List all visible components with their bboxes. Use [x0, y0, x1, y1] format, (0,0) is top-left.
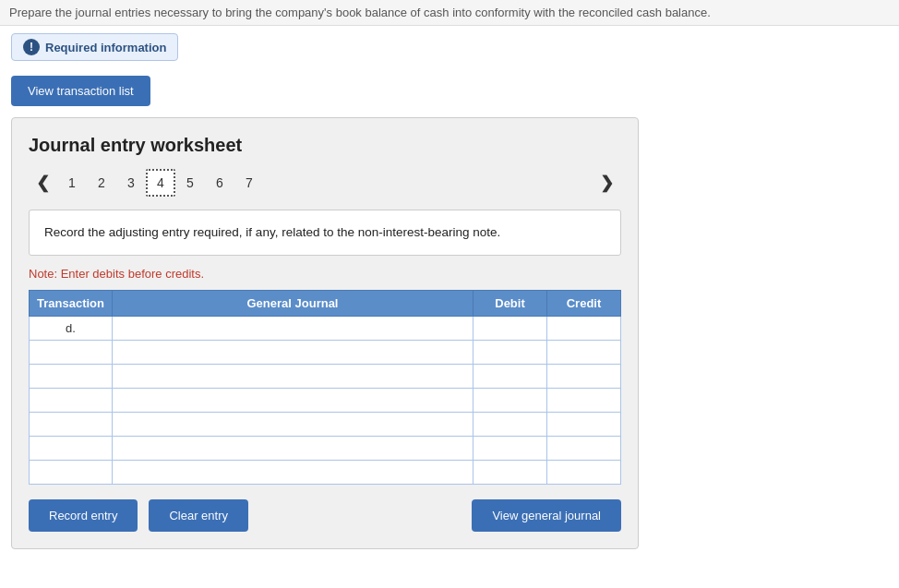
- credit-cell-4[interactable]: [547, 413, 621, 437]
- general-journal-input-2[interactable]: [113, 365, 473, 388]
- page-3-button[interactable]: 3: [116, 169, 146, 197]
- general-journal-cell-2[interactable]: [113, 365, 473, 389]
- debit-cell-1[interactable]: [473, 341, 547, 365]
- table-row: d.: [30, 317, 621, 341]
- transaction-cell-4: [30, 413, 113, 437]
- transaction-cell-5: [30, 437, 113, 461]
- page-2-button[interactable]: 2: [87, 169, 116, 197]
- worksheet-container: Journal entry worksheet ❮ 1 2 3 4 5 6 7 …: [11, 117, 639, 549]
- credit-cell-2[interactable]: [547, 365, 621, 389]
- debit-input-5[interactable]: [473, 437, 546, 460]
- table-row: [30, 365, 621, 389]
- general-journal-input-6[interactable]: [113, 461, 473, 484]
- table-row: [30, 389, 621, 413]
- general-journal-input-5[interactable]: [113, 437, 473, 460]
- col-header-debit: Debit: [473, 291, 547, 317]
- credit-input-0[interactable]: [547, 317, 620, 340]
- general-journal-input-4[interactable]: [113, 413, 473, 436]
- view-general-journal-button[interactable]: View general journal: [472, 499, 621, 532]
- record-entry-button[interactable]: Record entry: [29, 499, 138, 532]
- transaction-cell-6: [30, 461, 113, 485]
- view-transaction-button[interactable]: View transaction list: [11, 76, 150, 106]
- general-journal-cell-5[interactable]: [113, 437, 473, 461]
- col-header-transaction: Transaction: [30, 291, 113, 317]
- required-info-badge: ! Required information: [11, 33, 178, 61]
- credit-cell-0[interactable]: [547, 317, 621, 341]
- page-6-button[interactable]: 6: [205, 169, 234, 197]
- credit-input-6[interactable]: [547, 461, 620, 484]
- instruction-box: Record the adjusting entry required, if …: [29, 210, 621, 256]
- general-journal-cell-3[interactable]: [113, 389, 473, 413]
- next-page-button[interactable]: ❯: [593, 169, 621, 197]
- page-5-button[interactable]: 5: [175, 169, 205, 197]
- general-journal-input-0[interactable]: [113, 317, 473, 340]
- transaction-cell-1: [30, 341, 113, 365]
- clear-entry-button[interactable]: Clear entry: [149, 499, 248, 532]
- credit-cell-6[interactable]: [547, 461, 621, 485]
- debit-input-4[interactable]: [473, 413, 546, 436]
- credit-input-1[interactable]: [547, 341, 620, 364]
- debit-input-0[interactable]: [473, 317, 546, 340]
- general-journal-cell-0[interactable]: [113, 317, 473, 341]
- table-row: [30, 437, 621, 461]
- required-info-label: Required information: [45, 41, 166, 54]
- credit-cell-3[interactable]: [547, 389, 621, 413]
- table-row: [30, 413, 621, 437]
- page-1-button[interactable]: 1: [57, 169, 87, 197]
- table-row: [30, 461, 621, 485]
- general-journal-input-1[interactable]: [113, 341, 473, 364]
- general-journal-cell-6[interactable]: [113, 461, 473, 485]
- debit-cell-0[interactable]: [473, 317, 547, 341]
- credit-input-2[interactable]: [547, 365, 620, 388]
- col-header-credit: Credit: [547, 291, 621, 317]
- table-row: [30, 341, 621, 365]
- transaction-cell-3: [30, 389, 113, 413]
- credit-input-4[interactable]: [547, 413, 620, 436]
- info-icon: !: [23, 39, 40, 55]
- general-journal-cell-1[interactable]: [113, 341, 473, 365]
- debit-cell-5[interactable]: [473, 437, 547, 461]
- credit-cell-5[interactable]: [547, 437, 621, 461]
- note-text: Note: Enter debits before credits.: [29, 267, 621, 281]
- debit-input-6[interactable]: [473, 461, 546, 484]
- general-journal-cell-4[interactable]: [113, 413, 473, 437]
- required-info-bar: ! Required information: [0, 26, 899, 68]
- instruction-text: Record the adjusting entry required, if …: [44, 225, 500, 239]
- debit-input-1[interactable]: [473, 341, 546, 364]
- pagination: ❮ 1 2 3 4 5 6 7 ❯: [29, 169, 621, 197]
- credit-input-3[interactable]: [547, 389, 620, 412]
- debit-input-3[interactable]: [473, 389, 546, 412]
- page-4-button[interactable]: 4: [146, 169, 175, 197]
- worksheet-title: Journal entry worksheet: [29, 135, 621, 156]
- credit-cell-1[interactable]: [547, 341, 621, 365]
- debit-input-2[interactable]: [473, 365, 546, 388]
- top-bar: Prepare the journal entries necessary to…: [0, 0, 899, 26]
- general-journal-input-3[interactable]: [113, 389, 473, 412]
- credit-input-5[interactable]: [547, 437, 620, 460]
- debit-cell-4[interactable]: [473, 413, 547, 437]
- debit-cell-3[interactable]: [473, 389, 547, 413]
- top-bar-text: Prepare the journal entries necessary to…: [9, 6, 711, 19]
- prev-page-button[interactable]: ❮: [29, 169, 57, 197]
- transaction-cell-0: d.: [30, 317, 113, 341]
- col-header-journal: General Journal: [113, 291, 473, 317]
- transaction-cell-2: [30, 365, 113, 389]
- debit-cell-6[interactable]: [473, 461, 547, 485]
- journal-table: Transaction General Journal Debit Credit…: [29, 290, 621, 485]
- page-7-button[interactable]: 7: [234, 169, 264, 197]
- debit-cell-2[interactable]: [473, 365, 547, 389]
- bottom-buttons: Record entry Clear entry View general jo…: [29, 499, 621, 532]
